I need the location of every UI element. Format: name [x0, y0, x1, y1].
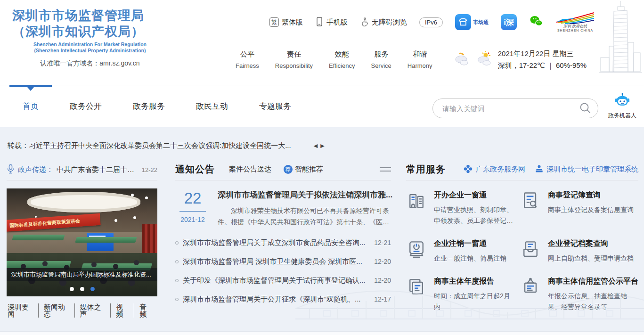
- tab-shenzhen-news[interactable]: 深圳要闻: [7, 303, 39, 318]
- service-open-business[interactable]: 开办企业一窗通 申请营业执照、刻制印章、申领发票、员工参保登记、公...: [406, 190, 514, 226]
- guangdong-gov-service-label: 广东政务服务网: [476, 165, 525, 174]
- mobile-version-link[interactable]: 手机版: [315, 17, 348, 28]
- service-deregistration[interactable]: 企业注销一窗通 企业一般注销、简易注销: [406, 239, 514, 264]
- ticker-prev-icon[interactable]: ◀: [314, 143, 318, 149]
- footer-strip: [0, 331, 644, 335]
- voice-of-gov-label[interactable]: 政声传递：: [18, 165, 53, 174]
- notice-link[interactable]: 深圳市市场监督管理局关于公开征求《深圳市“双随机、...: [183, 295, 367, 304]
- motto-fairness: 公平 Fairness: [236, 50, 259, 69]
- tab-media-voice[interactable]: 媒体之声: [75, 303, 111, 318]
- photo-table: [75, 237, 137, 243]
- bullet-ring-icon: [175, 260, 179, 263]
- search-input[interactable]: [442, 105, 579, 113]
- photo-ceiling-panel: [27, 192, 140, 212]
- notice-link[interactable]: 深圳市市场监督管理局关于成立深圳市食品药品安全咨询...: [183, 238, 367, 247]
- motto-harmony: 和谐 Harmony: [408, 50, 432, 69]
- kapok-flower-icon: [463, 164, 473, 175]
- service-credit-platform[interactable]: 商事主体信用监管公示平台 年报公示信息、抽查检查结果、经营异常名录等: [520, 277, 638, 312]
- bullet-ring-icon: [175, 241, 179, 245]
- featured-date: 22 2021-12: [175, 189, 210, 228]
- notice-date: 12-17: [374, 295, 391, 303]
- building-sketch-image: [598, 1, 643, 86]
- shenzhen-china-cn: 深圳 政府在线: [563, 24, 587, 28]
- tab-video[interactable]: 视频: [111, 303, 134, 318]
- service-title: 企业登记档案查询: [548, 239, 634, 249]
- services-grid: 开办企业一窗通 申请营业执照、刻制印章、申领发票、员工参保登记、公... 商事登…: [406, 190, 638, 312]
- utility-links: 繁 繁体版 手机版 无障碍浏览 IPv6 市场通 i深 深圳 政府在线 SHEN…: [264, 12, 595, 32]
- smart-recommend-label: 智能推荐: [295, 165, 323, 174]
- smart-recommend-link[interactable]: 荐 智能推荐: [284, 165, 323, 174]
- shenzhen-china-logo[interactable]: 深圳 政府在线 SHENZHEN CHINA: [555, 12, 595, 33]
- gov-robot-entry[interactable]: 政务机器人: [603, 93, 641, 120]
- voice-of-gov-row: 政声传递： 中共广东省委十二届十五... 12-22: [7, 162, 157, 180]
- tab-audio[interactable]: 音频: [134, 303, 157, 318]
- e-seal-system-label: 深圳市统一电子印章管理系统: [546, 165, 638, 174]
- mobile-label: 手机版: [326, 18, 348, 27]
- case-announcement-link[interactable]: 案件公告送达: [229, 165, 271, 174]
- services-title: 常用服务: [406, 163, 446, 176]
- carousel-dot-3[interactable]: [90, 287, 95, 291]
- traditional-chinese-link[interactable]: 繁 繁体版: [269, 17, 303, 27]
- guangdong-gov-service-link[interactable]: 广东政务服务网: [463, 164, 525, 175]
- service-title: 商事主体年度报告: [434, 277, 514, 286]
- nav-item-interaction[interactable]: 政民互动: [196, 85, 228, 127]
- ipv6-badge[interactable]: IPv6: [419, 17, 443, 27]
- news-ticker: 转载：习近平主持召开中央全面深化改革委员会第二十三次会议强调:加快建设全国统一大…: [6, 127, 638, 162]
- nav-item-home[interactable]: 首页: [23, 85, 39, 127]
- wechat-link[interactable]: [529, 15, 543, 29]
- accessibility-link[interactable]: 无障碍浏览: [360, 17, 407, 28]
- e-seal-system-link[interactable]: 深圳市统一电子印章管理系统: [535, 164, 638, 175]
- nav-item-gov-services[interactable]: 政务服务: [133, 85, 165, 127]
- market-app-link[interactable]: 市场通: [455, 14, 489, 30]
- search-button[interactable]: [579, 102, 591, 115]
- service-desc: 申请营业执照、刻制印章、申领发票、员工参保登记、公...: [434, 204, 514, 226]
- voice-date: 12-22: [142, 166, 157, 173]
- photo-table: [7, 261, 71, 268]
- service-archive-query[interactable]: 企业登记档案查询 网上自助查档、受理申请查档: [520, 239, 638, 264]
- main-navbar: 首页 政务公开 政务服务 政民互动 专题服务 政务机器人: [0, 85, 644, 127]
- robot-label: 政务机器人: [603, 112, 641, 120]
- tab-news-updates[interactable]: 新闻动态: [39, 303, 75, 318]
- notices-header: 通知公告 案件公告送达 荐 智能推荐: [175, 162, 391, 180]
- news-column: 政声传递： 中共广东省委十二届十五... 12-22 国际标准及标准化营商政策宣…: [7, 162, 157, 318]
- voice-headline[interactable]: 中共广东省委十二届十五...: [57, 165, 139, 174]
- photo-table: [12, 235, 65, 240]
- featured-month: 2021-12: [175, 216, 210, 223]
- document-search-icon: [520, 190, 541, 211]
- weather-text: 深圳，17-22℃ ｜ 60%-95%: [498, 59, 587, 71]
- notice-row: 深圳市市场监督管理局 深圳市卫生健康委员会 深圳市医... 12-20: [175, 252, 391, 271]
- notice-date: 12-20: [374, 277, 391, 284]
- news-carousel-image[interactable]: 国际标准及标准化营商政策宣讲会 深圳市市场监管局南山局举办国际标准及标准化资..…: [7, 188, 157, 296]
- carousel-caption[interactable]: 深圳市市场监管局南山局举办国际标准及标准化资...: [7, 268, 157, 281]
- service-registry-query[interactable]: 商事登记簿查询 商事主体登记及备案信息查询: [520, 190, 638, 226]
- notice-link[interactable]: 深圳市市场监督管理局 深圳市卫生健康委员会 深圳市医...: [183, 257, 367, 266]
- featured-day: 22: [175, 189, 210, 207]
- accessibility-icon: [360, 17, 369, 28]
- nav-item-gov-disclosure[interactable]: 政务公开: [70, 85, 102, 127]
- motto-efficiency: 效能 Efficiency: [329, 50, 355, 69]
- archive-inbox-icon: [520, 239, 541, 260]
- business-building-icon: [406, 190, 427, 211]
- featured-notice: 22 2021-12 深圳市市场监督管理局关于拟依法注销深圳市雅... 深圳市雅…: [175, 189, 391, 228]
- more-menu-icon[interactable]: [380, 165, 391, 174]
- service-annual-report[interactable]: 商事主体年度报告 时间：成立周年之日起2月内: [406, 277, 514, 312]
- service-desc: 商事主体登记及备案信息查询: [548, 204, 634, 215]
- notice-row: 深圳市市场监督管理局关于成立深圳市食品药品安全咨询... 12-21: [175, 233, 391, 252]
- market-app-label: 市场通: [473, 19, 489, 26]
- featured-notice-title[interactable]: 深圳市市场监督管理局关于拟依法注销深圳市雅...: [218, 190, 392, 199]
- search-box[interactable]: [432, 98, 598, 118]
- bullet-ring-icon: [175, 279, 179, 282]
- traditional-icon: 繁: [269, 17, 279, 27]
- motto-responsibility: 责任 Responsibility: [275, 50, 313, 69]
- robot-icon: [613, 102, 631, 110]
- phone-icon: [315, 17, 324, 28]
- ticker-headline[interactable]: 转载：习近平主持召开中央全面深化改革委员会第二十三次会议强调:加快建设全国统一大…: [8, 141, 291, 150]
- carousel-dot-1[interactable]: [70, 287, 74, 291]
- shen-i-app-link[interactable]: i深: [501, 14, 517, 30]
- ticker-next-icon[interactable]: ▶: [320, 143, 324, 149]
- carousel-dot-2[interactable]: [80, 287, 84, 291]
- notice-link[interactable]: 关于印发《深圳市市场监督管理局关于试行商事登记确认...: [183, 276, 367, 285]
- nav-item-special-services[interactable]: 专题服务: [259, 85, 291, 127]
- service-title: 开办企业一窗通: [434, 190, 514, 200]
- site-logo[interactable]: 深圳市市场监督管理局 （深圳市知识产权局） Shenzhen Administr…: [12, 8, 168, 68]
